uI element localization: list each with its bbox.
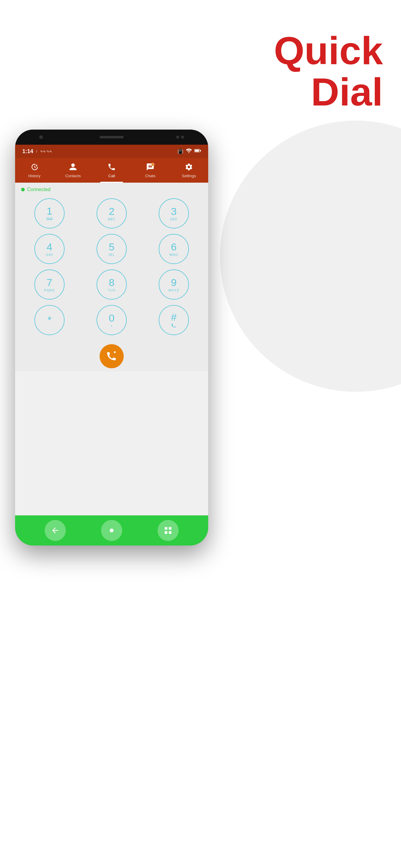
dial-8[interactable]: 8 TUV — [96, 270, 127, 300]
svg-point-0 — [188, 152, 189, 153]
svg-rect-14 — [169, 531, 171, 534]
dial-9[interactable]: 9 WXYZ — [159, 270, 189, 300]
dial-hash-callicon — [171, 323, 176, 329]
dial-9-number: 9 — [171, 277, 177, 288]
sensor-dot-2 — [181, 135, 184, 138]
time-display: 1:14 — [22, 148, 33, 155]
tab-settings-label: Settings — [182, 174, 196, 178]
hero-line1: Quick — [274, 30, 383, 71]
bottom-recents-button[interactable] — [157, 520, 179, 541]
status-bar: 1:14 ↑ ∿∿ ∿∿ 📳 — [15, 145, 208, 158]
chats-icon — [146, 163, 154, 173]
phone-device: 1:14 ↑ ∿∿ ∿∿ 📳 — [15, 130, 208, 793]
background-circle — [220, 121, 401, 392]
dialpad: 1 2 ABC — [15, 195, 208, 338]
svg-point-10 — [110, 529, 114, 532]
tab-call-label: Call — [108, 174, 115, 178]
status-left: 1:14 ↑ ∿∿ ∿∿ — [22, 148, 52, 155]
dial-6[interactable]: 6 MNO — [159, 234, 189, 264]
dial-7-letters: PQRS — [44, 288, 55, 292]
camera-dot — [39, 135, 43, 139]
dial-4[interactable]: 4 GHI — [34, 234, 64, 264]
connected-badge: Connected — [15, 187, 208, 192]
tab-history-label: History — [28, 174, 40, 178]
dial-3[interactable]: 3 DEF — [159, 198, 189, 228]
history-icon — [30, 163, 39, 173]
phone-screen: 1:14 ↑ ∿∿ ∿∿ 📳 — [15, 145, 208, 546]
vibrate-icon: 📳 — [177, 149, 183, 154]
svg-rect-12 — [169, 527, 171, 530]
settings-icon — [185, 163, 193, 173]
wifi-icon — [186, 148, 192, 154]
tab-chats[interactable]: Chats — [131, 158, 170, 183]
signal-wave-icons: ∿∿ ∿∿ — [40, 150, 52, 153]
dial-4-number: 4 — [47, 241, 53, 253]
dial-6-letters: MNO — [170, 253, 178, 256]
hero-title: Quick Dial — [274, 30, 383, 113]
dial-0-letters: + — [110, 324, 113, 328]
battery-icon — [194, 149, 201, 154]
tab-history[interactable]: History — [15, 158, 54, 183]
dial-5[interactable]: 5 JKL — [96, 234, 127, 264]
dial-2[interactable]: 2 ABC — [96, 198, 127, 228]
status-right: 📳 — [177, 148, 201, 154]
dial-2-number: 2 — [109, 206, 115, 217]
screen-content: Connected 1 — [15, 183, 208, 371]
svg-rect-3 — [195, 150, 199, 152]
dial-8-letters: TUV — [108, 288, 116, 292]
dial-3-letters: DEF — [170, 217, 178, 221]
phone-outer: 1:14 ↑ ∿∿ ∿∿ 📳 — [15, 130, 208, 546]
bottom-home-button[interactable] — [101, 520, 122, 541]
phone-notch — [15, 130, 208, 145]
sensor-dot-1 — [176, 135, 179, 138]
dial-7-number: 7 — [47, 277, 53, 288]
dial-hash-number: # — [171, 312, 177, 323]
dial-2-letters: ABC — [108, 217, 116, 221]
dial-0-number: 0 — [109, 313, 115, 324]
dial-6-number: 6 — [171, 241, 177, 253]
dial-9-letters: WXYZ — [168, 288, 179, 292]
tab-contacts[interactable]: Contacts — [54, 158, 92, 183]
connected-dot — [21, 188, 25, 191]
tab-call[interactable]: Call — [92, 158, 131, 183]
bottom-nav-bar — [15, 516, 208, 546]
call-button-area — [15, 338, 208, 371]
dial-star-number: * — [47, 314, 51, 326]
speaker-bar — [99, 136, 124, 138]
dial-7[interactable]: 7 PQRS — [34, 270, 64, 300]
dial-3-number: 3 — [171, 206, 177, 217]
dial-5-number: 5 — [109, 241, 115, 253]
svg-rect-11 — [165, 527, 167, 530]
bottom-back-button[interactable] — [45, 520, 66, 541]
dial-1-letters — [46, 217, 53, 221]
upload-icon: ↑ — [36, 149, 38, 154]
svg-rect-2 — [200, 150, 201, 152]
tab-contacts-label: Contacts — [65, 174, 81, 178]
dial-1[interactable]: 1 — [34, 198, 64, 228]
svg-point-4 — [151, 163, 154, 166]
dial-5-letters: JKL — [108, 253, 115, 256]
dial-star[interactable]: * — [34, 305, 64, 335]
call-icon — [107, 163, 116, 173]
svg-rect-7 — [48, 219, 51, 220]
tab-chats-label: Chats — [145, 174, 155, 178]
dial-8-number: 8 — [109, 277, 115, 288]
hero-line2: Dial — [274, 71, 383, 113]
dial-4-letters: GHI — [46, 253, 53, 256]
dial-hash[interactable]: # — [159, 305, 189, 335]
svg-rect-13 — [165, 531, 167, 534]
dial-0[interactable]: 0 + — [96, 305, 127, 335]
nav-tabs: History Contacts — [15, 158, 208, 183]
sensor-dots — [176, 135, 184, 138]
contacts-icon — [69, 163, 77, 173]
tab-settings[interactable]: Settings — [170, 158, 208, 183]
call-action-button[interactable] — [99, 344, 124, 368]
connected-label: Connected — [27, 187, 50, 192]
dial-1-number: 1 — [47, 206, 53, 217]
